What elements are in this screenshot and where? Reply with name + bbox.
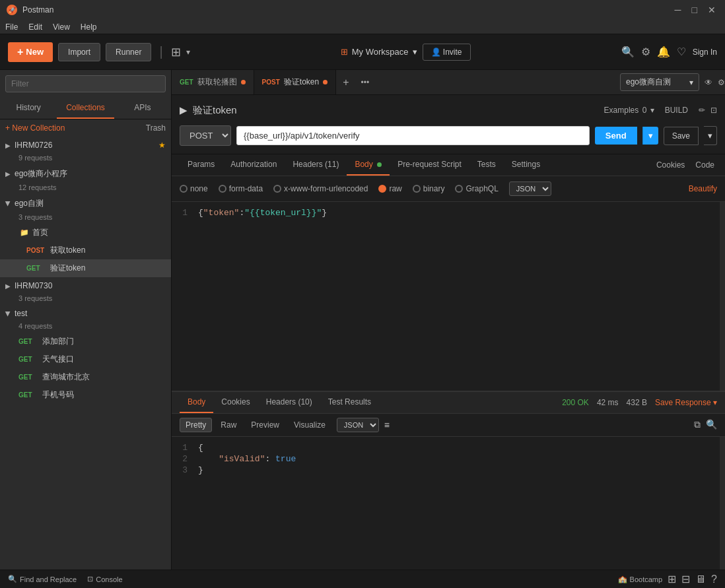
sign-in-button[interactable]: Sign In — [693, 48, 717, 57]
bootcamp-button[interactable]: 🏫 Bootcamp — [618, 575, 663, 583]
bottom-layout-icon[interactable]: ⊟ — [681, 573, 690, 585]
heart-icon[interactable]: ♡ — [677, 46, 686, 58]
body-urlencoded-option[interactable]: x-www-form-urlencoded — [273, 184, 368, 193]
menu-edit[interactable]: Edit — [28, 22, 42, 32]
new-button[interactable]: New — [8, 42, 53, 62]
layout-chevron[interactable]: ▾ — [186, 48, 190, 57]
wrap-icon[interactable]: ≡ — [384, 420, 390, 430]
tab-collections[interactable]: Collections — [57, 98, 114, 119]
invite-button[interactable]: 👤 Invite — [423, 44, 471, 61]
send-dropdown-button[interactable]: ▾ — [642, 127, 658, 145]
new-collection-button[interactable]: + New Collection — [5, 123, 65, 133]
bottom-help-icon[interactable]: ? — [711, 573, 717, 585]
body-raw-option[interactable]: raw — [378, 184, 401, 193]
cookies-link[interactable]: Cookies — [654, 155, 687, 175]
body-format-select[interactable]: JSON — [509, 181, 551, 196]
tab-get-carousel[interactable]: GET 获取轮播图 — [172, 70, 254, 94]
tab-settings[interactable]: Settings — [504, 154, 548, 176]
tab-apis[interactable]: APIs — [114, 98, 171, 119]
search-icon[interactable]: 🔍 — [621, 46, 635, 58]
resp-tab-headers[interactable]: Headers (10) — [258, 392, 320, 413]
method-select[interactable]: POST — [180, 125, 231, 146]
filter-input[interactable] — [5, 75, 166, 92]
bottom-monitor-icon[interactable]: 🖥 — [695, 573, 706, 585]
tab-post-verify[interactable]: POST 验证token — [254, 70, 337, 94]
resp-tab-test-results[interactable]: Test Results — [320, 392, 379, 413]
tab-body[interactable]: Body — [347, 154, 390, 176]
body-form-data-option[interactable]: form-data — [219, 184, 263, 193]
send-button[interactable]: Send — [595, 127, 637, 145]
collection-name: IHRM0730 — [15, 281, 166, 290]
settings-icon[interactable]: ⚙ — [641, 46, 650, 58]
body-graphql-option[interactable]: GraphQL — [455, 184, 498, 193]
tab-headers[interactable]: Headers (11) — [285, 154, 347, 176]
response-scrollbar[interactable] — [720, 437, 725, 570]
trash-button[interactable]: Trash — [146, 123, 166, 133]
close-button[interactable]: ✕ — [705, 5, 718, 15]
tab-params[interactable]: Params — [180, 154, 223, 176]
request-item[interactable]: GET 天气接口 — [0, 350, 171, 368]
body-none-option[interactable]: none — [180, 184, 208, 193]
body-binary-option[interactable]: binary — [413, 184, 445, 193]
collection-request-count: 3 requests — [0, 213, 171, 224]
maximize-button[interactable]: □ — [689, 5, 700, 15]
collection-ego-mini-header[interactable]: ▶ ego微商小程序 — [0, 164, 171, 183]
request-item[interactable]: GET 验证token — [0, 259, 171, 277]
minimize-button[interactable]: ─ — [672, 5, 684, 15]
beautify-button[interactable]: Beautify — [689, 184, 717, 193]
edit-icon[interactable]: ✏ — [699, 106, 705, 115]
env-settings-icon[interactable]: ⚙ — [718, 78, 725, 87]
collection-ihrm0726-header[interactable]: ▶ IHRM0726 ★ — [0, 137, 171, 154]
collection-ihrm0730-header[interactable]: ▶ IHRM0730 — [0, 277, 171, 294]
resp-raw-btn[interactable]: Raw — [215, 418, 242, 432]
response-format-select[interactable]: JSON — [337, 418, 379, 432]
runner-button[interactable]: Runner — [106, 43, 151, 61]
collection-ego-test-header[interactable]: ▶ ego自测 — [0, 194, 171, 213]
menu-help[interactable]: Help — [81, 22, 97, 32]
menu-view[interactable]: View — [53, 22, 70, 32]
workspace-button[interactable]: ⊞ My Workspace ▾ — [341, 47, 417, 57]
eye-icon[interactable]: 👁 — [705, 78, 712, 87]
environment-dropdown[interactable]: ego微商自测 ▾ — [620, 73, 699, 91]
examples-button[interactable]: Examples 0 ▾ — [604, 106, 654, 115]
build-button[interactable]: BUILD — [660, 103, 693, 117]
folder-homepage[interactable]: 📁 首页 — [0, 224, 171, 242]
request-item[interactable]: GET 添加部门 — [0, 333, 171, 350]
scrollbar[interactable] — [720, 202, 725, 391]
resp-visualize-btn[interactable]: Visualize — [288, 418, 331, 432]
request-item[interactable]: POST 获取token — [0, 242, 171, 259]
modified-indicator — [323, 80, 328, 84]
find-replace-button[interactable]: 🔍 Find and Replace — [8, 575, 77, 583]
line-number: 3 — [172, 465, 198, 475]
collection-test-header[interactable]: ▶ test — [0, 305, 171, 322]
import-button[interactable]: Import — [58, 43, 100, 61]
expand-icon[interactable]: ⊡ — [710, 106, 717, 115]
resp-pretty-btn[interactable]: Pretty — [180, 418, 212, 432]
tab-history[interactable]: History — [0, 98, 57, 119]
resp-tab-cookies[interactable]: Cookies — [213, 392, 258, 413]
search-icon[interactable]: 🔍 — [706, 419, 717, 430]
save-response-button[interactable]: Save Response ▾ — [655, 398, 717, 407]
notifications-icon[interactable]: 🔔 — [657, 46, 670, 58]
save-dropdown-button[interactable]: ▾ — [704, 126, 717, 145]
new-tab-button[interactable]: + — [336, 77, 355, 88]
method-badge: GET — [18, 391, 42, 399]
tab-authorization[interactable]: Authorization — [223, 154, 285, 176]
bottom-grid-icon[interactable]: ⊞ — [668, 573, 676, 585]
resp-tab-body[interactable]: Body — [180, 392, 213, 413]
layout-toggle[interactable]: ⊞ — [171, 45, 181, 59]
url-input[interactable] — [236, 126, 590, 145]
console-button[interactable]: ⊡ Console — [87, 575, 122, 583]
menu-file[interactable]: File — [5, 22, 18, 32]
tab-tests[interactable]: Tests — [469, 154, 504, 176]
resp-preview-btn[interactable]: Preview — [245, 418, 285, 432]
save-button[interactable]: Save — [664, 127, 699, 145]
copy-icon[interactable]: ⧉ — [694, 419, 701, 430]
request-item[interactable]: GET 手机号码 — [0, 386, 171, 404]
tab-pre-request[interactable]: Pre-request Script — [390, 154, 469, 176]
code-link[interactable]: Code — [693, 155, 717, 175]
request-body-editor[interactable]: 1 {"token":"{{token_url}}"} — [172, 202, 725, 391]
request-item[interactable]: GET 查询城市北京 — [0, 368, 171, 386]
star-icon: ★ — [158, 141, 166, 150]
more-tabs-button[interactable]: ••• — [356, 78, 375, 87]
